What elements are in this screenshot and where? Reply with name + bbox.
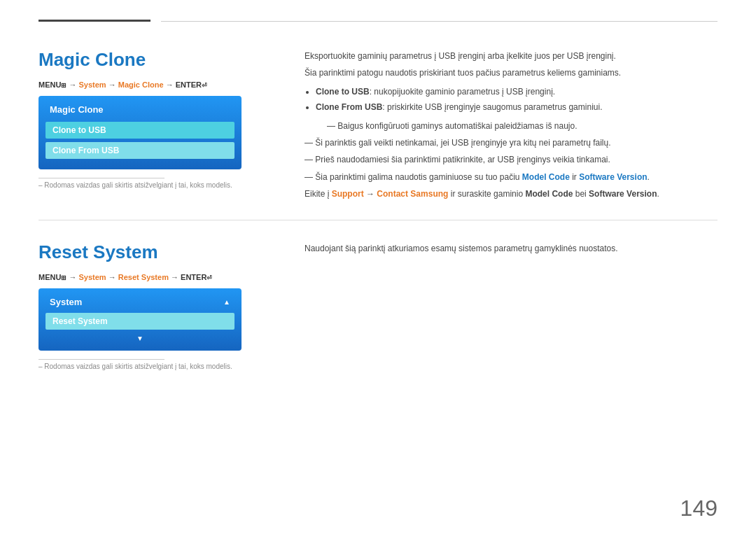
note3-model: Model Code [522, 172, 570, 182]
magic-clone-title: Magic Clone [38, 49, 276, 71]
note2: — Prieš naudodamiesi šia parinktimi pati… [304, 153, 718, 167]
reset-system-highlight: Reset System [118, 273, 169, 281]
clone-from-usb-item[interactable]: Clone From USB [46, 142, 234, 159]
magic-clone-footnote: – Rodomas vaizdas gali skirtis atsižvelg… [38, 181, 276, 189]
enter-label: ENTER [176, 80, 202, 89]
magic-clone-right-col: Eksportuokite gaminių parametrus į USB į… [304, 49, 718, 204]
magic-clone-left-col: Magic Clone MENU⊞ → System → Magic Clone… [38, 49, 276, 204]
bullet1-label: Clone to USB [316, 87, 370, 97]
bullet1: Clone to USB: nukopijuokite gaminio para… [316, 85, 718, 99]
bullet2-text: : priskirkite USB įrenginyje saugomus pa… [382, 102, 602, 112]
enter-label-reset: ENTER [181, 273, 206, 281]
arrow-down-icon: ▼ [46, 333, 234, 344]
arrow3: → [166, 80, 176, 89]
system-highlight-reset: System [79, 273, 106, 281]
arrow2-reset: → [108, 273, 118, 281]
note1: — Ši parinktis gali veikti netinkamai, j… [304, 136, 718, 150]
arrow1-reset: → [69, 273, 78, 281]
arrow2: → [108, 80, 118, 89]
system-highlight: System [79, 80, 106, 89]
reset-system-right-col: Naudojant šią parinktį atkuriamos esamų … [304, 241, 718, 370]
note4-final: . [657, 189, 659, 199]
note4: Eikite į Support → Contact Samsung ir su… [304, 187, 718, 201]
subbullet1: Baigus konfigūruoti gaminys automatiškai… [327, 119, 718, 133]
magic-clone-section: Magic Clone MENU⊞ → System → Magic Clone… [38, 49, 718, 204]
page-container: Magic Clone MENU⊞ → System → Magic Clone… [0, 0, 756, 534]
bullet1-text: : nukopijuokite gaminio parametrus į USB… [370, 87, 555, 97]
note4-model: Model Code [525, 189, 573, 199]
note4-end: bei [573, 189, 589, 199]
system-title-text: System [50, 297, 82, 307]
reset-system-section: Reset System MENU⊞ → System → Reset Syst… [38, 241, 718, 370]
reset-system-item[interactable]: Reset System [46, 313, 234, 330]
reset-desc: Naudojant šią parinktį atkuriamos esamų … [304, 241, 718, 255]
note4-support: Support [332, 189, 364, 199]
system-box-title: System ▲ [46, 294, 234, 310]
arrow-up-icon: ▲ [223, 297, 230, 307]
top-line-light [161, 21, 718, 22]
menu-label: MENU [38, 80, 61, 89]
content-area: Magic Clone MENU⊞ → System → Magic Clone… [38, 35, 718, 499]
clone-to-usb-item[interactable]: Clone to USB [46, 122, 234, 139]
note3-software: Software Version [579, 172, 647, 182]
note3-mid: ir [570, 172, 579, 182]
sub-bullets: Baigus konfigūruoti gaminys automatiškai… [327, 119, 718, 133]
page-number: 149 [680, 496, 718, 521]
note3-end: . [648, 172, 650, 182]
note4-software2: Software Version [589, 189, 657, 199]
note3-pre: — Šia parinktimi galima naudotis gaminiu… [304, 172, 522, 182]
reset-system-menu-path: MENU⊞ → System → Reset System → ENTER⏎ [38, 273, 276, 281]
reset-system-ui-box: System ▲ Reset System ▼ [38, 288, 241, 351]
note4-mid: ir suraskite gaminio [448, 189, 525, 199]
magic-clone-menu-path: MENU⊞ → System → Magic Clone → ENTER⏎ [38, 80, 276, 89]
note4-pre: Eikite į [304, 189, 332, 199]
magic-clone-ui-box: Magic Clone Clone to USB Clone From USB [38, 96, 241, 169]
note4-arrow: → [364, 189, 377, 199]
magic-clone-bullets: Clone to USB: nukopijuokite gaminio para… [316, 85, 718, 133]
note4-contact: Contact Samsung [377, 189, 448, 199]
desc1: Eksportuokite gaminių parametrus į USB į… [304, 49, 718, 63]
bullet2: Clone From USB: priskirkite USB įrenginy… [316, 100, 718, 133]
magic-clone-box-title: Magic Clone [46, 101, 234, 118]
arrow3-reset: → [171, 273, 181, 281]
reset-system-title: Reset System [38, 241, 276, 263]
magic-clone-highlight: Magic Clone [118, 80, 164, 89]
reset-system-footnote-line [38, 359, 164, 360]
desc2: Šia parinktimi patogu naudotis priskiria… [304, 66, 718, 80]
note3: — Šia parinktimi galima naudotis gaminiu… [304, 170, 718, 184]
section-divider [38, 220, 718, 220]
top-line-dark [38, 20, 150, 22]
reset-system-left-col: Reset System MENU⊞ → System → Reset Syst… [38, 241, 276, 370]
menu-label-reset: MENU [38, 273, 61, 281]
magic-clone-footnote-line [38, 178, 164, 178]
arrow1: → [69, 80, 78, 89]
reset-system-footnote: – Rodomas vaizdas gali skirtis atsižvelg… [38, 363, 276, 370]
bullet2-label: Clone From USB [316, 102, 382, 112]
